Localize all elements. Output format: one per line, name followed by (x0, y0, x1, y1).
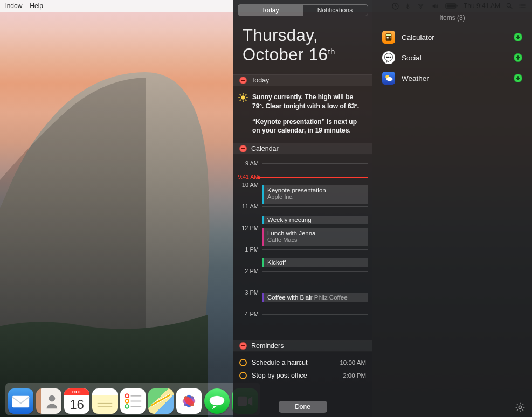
reminders-widget: Schedule a haircut 10:00 AM Stop by post… (233, 352, 372, 387)
svg-point-33 (241, 95, 245, 100)
items-header: Items (3) (372, 0, 532, 27)
done-button[interactable]: Done (279, 401, 327, 413)
hour-label: 2 PM (233, 268, 262, 274)
event-title: Lunch with Jenna (267, 230, 365, 237)
svg-point-20 (125, 405, 129, 408)
svg-point-51 (386, 57, 388, 58)
today-widget-body: Sunny currently. The high will be 79º. C… (233, 86, 372, 143)
calendar-now-line (260, 177, 368, 178)
calendar-event[interactable]: Weekly meeting (262, 216, 368, 224)
tab-notifications[interactable]: Notifications (303, 5, 368, 16)
gear-icon[interactable] (515, 402, 526, 413)
dock-app-calendar[interactable]: OCT 16 (64, 388, 89, 414)
items-row-social[interactable]: Social (372, 47, 532, 68)
nc-weekday: Thursday, (243, 26, 363, 45)
dock-calendar-month: OCT (64, 388, 89, 395)
nc-date-header: Thursday, October 16th (233, 18, 372, 74)
add-icon[interactable] (514, 53, 522, 62)
calculator-icon (382, 31, 395, 44)
svg-rect-43 (386, 34, 391, 36)
hour-label: 11 AM (233, 203, 262, 210)
calendar-event[interactable]: Coffee with Blair Philz Coffee (262, 293, 368, 302)
nc-tabs: Today Notifications (238, 4, 368, 16)
add-icon[interactable] (514, 33, 522, 41)
reminder-time: 2:00 PM (343, 372, 366, 379)
next-event-summary: “Keynote presentation” is next up on you… (252, 117, 365, 136)
calendar-widget: 9 AM 10 AM 11 AM 12 PM 1 PM 2 PM 3 PM 4 … (233, 155, 372, 340)
section-title: Today (251, 77, 269, 84)
dock-app-contacts[interactable] (36, 388, 61, 414)
dock-calendar-day: 16 (64, 395, 89, 414)
svg-line-40 (240, 100, 241, 101)
dock-app-messages[interactable] (204, 388, 230, 414)
event-location: Caffè Macs (267, 237, 365, 243)
svg-point-53 (390, 57, 391, 58)
calendar-event[interactable]: Keynote presentation Apple Inc. (262, 185, 368, 204)
items-row-calculator[interactable]: Calculator (372, 27, 532, 47)
reminder-title: Schedule a haircut (252, 359, 308, 366)
widgets-items-pane: Items (3) Calculator Social Weather (372, 0, 532, 417)
reminder-item[interactable]: Schedule a haircut 10:00 AM (239, 356, 366, 369)
dock-app-reminders[interactable] (120, 388, 146, 414)
sun-icon (238, 93, 248, 102)
tab-today[interactable]: Today (238, 5, 303, 16)
items-row-label: Social (402, 54, 422, 62)
dock-app-notes[interactable] (92, 388, 118, 414)
section-header-calendar[interactable]: Calendar ≡ (233, 143, 372, 155)
reminder-item[interactable]: Stop by post office 2:00 PM (239, 369, 366, 382)
dock-app-maps[interactable] (148, 388, 174, 414)
weather-summary: Sunny currently. The high will be 79º. C… (252, 93, 365, 111)
menubar-item-help[interactable]: Help (30, 0, 43, 12)
section-header-today[interactable]: Today (233, 74, 372, 86)
items-row-weather[interactable]: Weather (372, 68, 532, 88)
add-icon[interactable] (514, 74, 522, 82)
svg-point-14 (49, 395, 56, 402)
hour-label: 9 AM (233, 160, 262, 166)
svg-point-55 (386, 77, 393, 81)
section-title: Calendar (251, 145, 279, 152)
dock-app-photos[interactable] (176, 388, 202, 414)
svg-point-45 (388, 37, 389, 38)
svg-line-39 (245, 100, 246, 101)
hour-label: 3 PM (233, 289, 262, 296)
remove-icon[interactable] (239, 145, 247, 152)
drag-handle-icon[interactable]: ≡ (362, 145, 366, 152)
reminder-time: 10:00 AM (340, 359, 366, 366)
items-row-label: Weather (402, 74, 429, 82)
reminder-checkbox[interactable] (239, 372, 247, 379)
weather-icon (382, 72, 395, 85)
nc-date: October 16th (243, 45, 363, 65)
svg-point-49 (390, 39, 391, 40)
event-title: Weekly meeting (267, 217, 312, 223)
reminder-checkbox[interactable] (239, 359, 247, 366)
event-title: Coffee with Blair (267, 294, 313, 301)
hour-label: 12 PM (233, 225, 262, 231)
section-title: Reminders (251, 342, 284, 350)
menubar-item-window[interactable]: indow (5, 0, 22, 12)
svg-point-56 (519, 406, 521, 408)
event-location: Apple Inc. (267, 193, 365, 200)
svg-point-46 (390, 37, 391, 38)
svg-point-18 (125, 394, 129, 398)
event-title: Kickoff (267, 259, 286, 266)
section-header-reminders[interactable]: Reminders (233, 340, 372, 352)
hour-label: 10 AM (233, 182, 262, 188)
nc-date-suffix: th (328, 47, 335, 56)
nc-month-day: October 16 (243, 45, 328, 64)
dock-app-mail[interactable] (8, 388, 33, 414)
reminder-title: Stop by post office (252, 372, 307, 379)
svg-point-48 (388, 39, 389, 40)
svg-point-52 (388, 57, 390, 58)
svg-point-44 (387, 37, 388, 38)
calendar-event[interactable]: Kickoff (262, 258, 368, 267)
calendar-event[interactable]: Lunch with Jenna Caffè Macs (262, 228, 368, 246)
items-row-label: Calculator (402, 33, 434, 41)
remove-icon[interactable] (239, 342, 247, 350)
remove-icon[interactable] (239, 77, 247, 84)
svg-line-41 (245, 94, 246, 95)
event-location: Philz Coffee (314, 294, 348, 301)
notification-center: Today Notifications Thursday, October 16… (233, 0, 372, 417)
event-title: Keynote presentation (267, 187, 365, 193)
hour-label: 1 PM (233, 246, 262, 253)
svg-point-19 (125, 399, 129, 403)
